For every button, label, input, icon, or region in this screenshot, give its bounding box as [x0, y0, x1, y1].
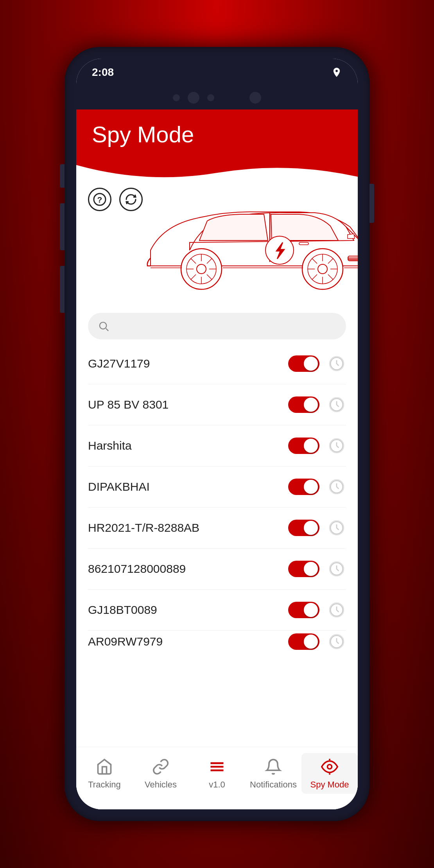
nav-icon-tracking: [95, 757, 114, 777]
camera-dot-large: [188, 92, 199, 104]
clock-history-button[interactable]: [327, 477, 346, 496]
nav-icon-notifications: [264, 757, 283, 777]
clock-icon: [328, 396, 345, 413]
clock-icon: [328, 602, 345, 618]
vehicle-toggle[interactable]: [288, 438, 319, 454]
status-time: 2:08: [92, 66, 114, 79]
vehicle-item: 862107128000889: [88, 549, 346, 590]
nav-item-menu[interactable]: v1.0: [189, 753, 245, 794]
vehicle-name: GJ27V1179: [88, 357, 150, 370]
vehicle-item: Harshita: [88, 425, 346, 466]
clock-history-button[interactable]: [327, 436, 346, 455]
vehicle-controls: [288, 518, 346, 537]
vehicle-list: GJ27V1179 UP 85 BV 8301: [88, 343, 346, 653]
header-wave: [76, 157, 358, 181]
vehicle-toggle[interactable]: [288, 602, 319, 618]
car-section: ?: [76, 180, 358, 305]
status-icons: [331, 67, 342, 78]
vehicle-item: UP 85 BV 8301: [88, 384, 346, 425]
vehicle-toggle[interactable]: [288, 520, 319, 536]
location-icon: [331, 67, 342, 78]
vehicle-toggle[interactable]: [288, 633, 319, 650]
vehicle-name: GJ18BT0089: [88, 603, 157, 617]
vehicle-item: AR09RW7979: [88, 631, 346, 653]
search-bar[interactable]: [88, 313, 346, 339]
nav-label-vehicles: Vehicles: [145, 780, 177, 790]
vehicle-controls: [288, 436, 346, 455]
clock-history-button[interactable]: [327, 518, 346, 537]
vehicle-controls: [288, 395, 346, 414]
refresh-button[interactable]: [119, 188, 143, 211]
vehicle-item: HR2021-T/R-8288AB: [88, 508, 346, 549]
vehicle-controls: [288, 354, 346, 373]
vehicle-list-section: GJ27V1179 UP 85 BV 8301: [76, 305, 358, 747]
app-header: Spy Mode: [76, 109, 358, 180]
nav-icon-spy-mode: [320, 757, 339, 777]
vehicle-toggle[interactable]: [288, 479, 319, 495]
clock-icon: [328, 355, 345, 372]
nav-icon-menu: [207, 757, 227, 777]
page-title: Spy Mode: [76, 109, 358, 147]
vehicle-item: GJ18BT0089: [88, 590, 346, 631]
vehicle-name: UP 85 BV 8301: [88, 398, 169, 411]
clock-icon: [328, 561, 345, 577]
svg-point-54: [328, 765, 332, 769]
vehicle-controls: [288, 560, 346, 578]
refresh-icon: [124, 192, 138, 206]
nav-item-vehicles[interactable]: Vehicles: [133, 753, 189, 794]
nav-label-tracking: Tracking: [88, 780, 121, 790]
help-button[interactable]: ?: [88, 188, 111, 211]
status-bar: 2:08: [76, 59, 358, 86]
vehicle-item: GJ27V1179: [88, 343, 346, 384]
help-icon: ?: [93, 192, 107, 206]
vehicle-controls: [288, 632, 346, 651]
vehicle-name: AR09RW7979: [88, 635, 163, 648]
svg-point-8: [197, 264, 206, 274]
vehicle-name: Harshita: [88, 439, 132, 452]
vehicle-name: 862107128000889: [88, 562, 186, 576]
clock-icon: [328, 633, 345, 650]
camera-dot-small: [173, 94, 180, 101]
svg-line-34: [106, 328, 108, 331]
vehicle-name: HR2021-T/R-8288AB: [88, 521, 199, 534]
nav-item-tracking[interactable]: Tracking: [76, 753, 133, 794]
nav-label-menu: v1.0: [209, 780, 225, 790]
nav-label-notifications: Notifications: [250, 780, 297, 790]
search-icon: [98, 320, 109, 332]
nav-label-spy-mode: Spy Mode: [310, 780, 349, 790]
clock-icon: [328, 520, 345, 536]
camera-dot-small2: [207, 94, 214, 101]
camera-dot-front: [249, 92, 261, 104]
vehicle-item: DIPAKBHAI: [88, 466, 346, 508]
vehicle-controls: [288, 601, 346, 619]
car-illustration: [131, 195, 358, 305]
clock-history-button[interactable]: [327, 632, 346, 651]
search-input[interactable]: [115, 320, 336, 332]
clock-icon: [328, 438, 345, 454]
vehicle-controls: [288, 477, 346, 496]
bottom-nav: Tracking Vehicles: [76, 747, 358, 809]
vehicle-name: DIPAKBHAI: [88, 480, 150, 493]
clock-history-button[interactable]: [327, 560, 346, 578]
clock-history-button[interactable]: [327, 601, 346, 619]
clock-icon: [328, 479, 345, 495]
vehicle-toggle[interactable]: [288, 355, 319, 372]
app-content: Spy Mode ?: [76, 109, 358, 809]
nav-icon-vehicles: [151, 757, 170, 777]
nav-item-spy-mode[interactable]: Spy Mode: [301, 753, 358, 794]
action-icons: ?: [76, 180, 154, 219]
camera-bar: [76, 86, 358, 109]
svg-text:?: ?: [97, 195, 102, 204]
clock-history-button[interactable]: [327, 395, 346, 414]
vehicle-toggle[interactable]: [288, 396, 319, 413]
nav-item-notifications[interactable]: Notifications: [245, 753, 301, 794]
svg-point-19: [318, 264, 327, 274]
svg-point-33: [100, 322, 106, 329]
vehicle-toggle[interactable]: [288, 561, 319, 577]
clock-history-button[interactable]: [327, 354, 346, 373]
